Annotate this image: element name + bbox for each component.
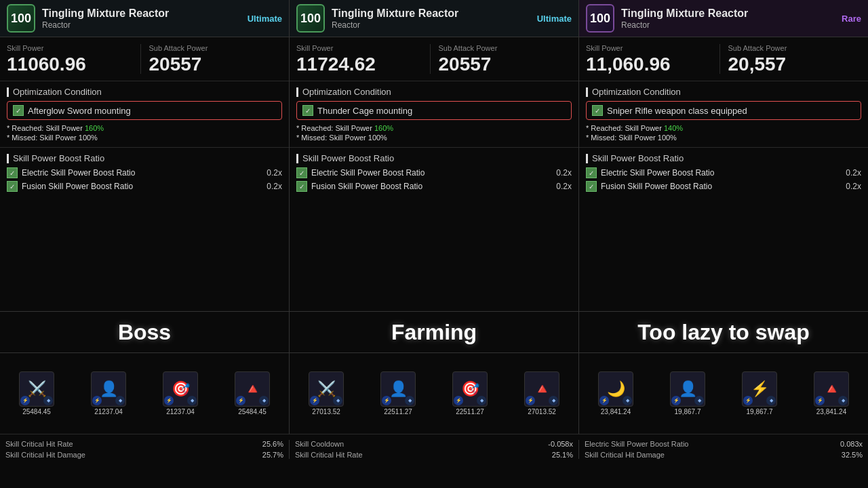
boost-title: Skill Power Boost Ratio: [7, 153, 282, 163]
items-group-farming: ⚔️⚡◆27013.52👤⚡◆22511.27🎯⚡◆22511.27🔺⚡◆270…: [290, 353, 579, 434]
missed-row: * Missed: Skill Power 100%: [7, 134, 282, 142]
item-slot: 🎯⚡◆21237.04: [145, 371, 216, 415]
reactor-sub: Reactor: [332, 20, 530, 30]
rarity-label: Rare: [842, 14, 861, 24]
opt-title: Optimization Condition: [7, 87, 282, 97]
column-boss: 100Tingling Mixture ReactorReactorUltima…: [0, 0, 290, 311]
boost-value: 0.2x: [846, 168, 861, 178]
boost-label: Electric Skill Power Boost Ratio: [601, 168, 714, 178]
boost-section: Skill Power Boost Ratio✓Electric Skill P…: [0, 148, 289, 200]
opt-condition-text: Sniper Rifle weapon class equipped: [607, 106, 747, 116]
item-value: 27013.52: [312, 408, 340, 415]
diamond-sub-icon: ◆: [405, 396, 414, 405]
boost-label: Fusion Skill Power Boost Ratio: [601, 182, 712, 191]
diamond-sub-icon: ◆: [333, 396, 342, 405]
diamond-sub-icon: ◆: [115, 396, 125, 405]
electric-sub-icon: ⚡: [20, 396, 30, 405]
item-icon: 👤⚡◆: [380, 371, 416, 407]
reached-row: * Reached: Skill Power 160%: [296, 124, 572, 132]
electric-sub-icon: ⚡: [454, 396, 463, 405]
boost-section: Skill Power Boost Ratio✓Electric Skill P…: [290, 148, 578, 200]
item-icon: ⚔️⚡◆: [309, 371, 344, 407]
sub-attack-label: Sub Attack Power: [149, 44, 208, 52]
sub-attack-block: Sub Attack Power20557: [430, 44, 572, 74]
opt-section: Optimization Condition✓Sniper Rifle weap…: [579, 81, 868, 148]
missed-row: * Missed: Skill Power 100%: [586, 134, 861, 142]
electric-sub-icon: ⚡: [236, 396, 245, 405]
electric-sub-icon: ⚡: [310, 396, 319, 405]
boost-title: Skill Power Boost Ratio: [296, 153, 572, 163]
footer-stat-row: Skill Critical Hit Rate25.6%: [5, 440, 283, 448]
footer-stat-label: Skill Critical Hit Rate: [295, 451, 363, 459]
electric-sub-icon: ⚡: [599, 396, 609, 405]
boost-label: Fusion Skill Power Boost Ratio: [22, 182, 133, 191]
boost-value: 0.2x: [267, 168, 282, 178]
diamond-sub-icon: ◆: [549, 396, 558, 405]
item-icon: 🔺⚡◆: [814, 371, 849, 407]
footer-stat-value: 0.083x: [840, 440, 863, 448]
footer-stat-row: Skill Cooldown-0.058x: [295, 440, 573, 448]
reactor-sub: Reactor: [42, 20, 241, 30]
reached-row: * Reached: Skill Power 140%: [586, 124, 861, 132]
boost-label: Electric Skill Power Boost Ratio: [22, 168, 135, 178]
footer-stat-value: 25.7%: [262, 451, 283, 459]
item-icon: 🔺⚡◆: [524, 371, 559, 407]
column-farming: 100Tingling Mixture ReactorReactorUltima…: [290, 0, 579, 311]
checkmark-icon: ✓: [592, 105, 603, 116]
item-icon: ⚡⚡◆: [742, 371, 777, 407]
footer-stat-label: Skill Critical Hit Damage: [5, 451, 85, 459]
opt-section: Optimization Condition✓Thunder Cage moun…: [290, 81, 578, 148]
electric-sub-icon: ⚡: [743, 396, 753, 405]
skill-power-label: Skill Power: [296, 44, 333, 52]
opt-section: Optimization Condition✓Afterglow Sword m…: [0, 81, 289, 148]
item-value: 25484.45: [238, 408, 267, 415]
boost-row: ✓Electric Skill Power Boost Ratio0.2x: [296, 167, 572, 178]
item-slot: 🌙⚡◆23,841.24: [580, 371, 651, 415]
item-slot: 🔺⚡◆27013.52: [507, 371, 577, 415]
header-text: Tingling Mixture ReactorReactor: [332, 7, 530, 29]
opt-title: Optimization Condition: [296, 87, 572, 97]
item-slot: ⚔️⚡◆27013.52: [291, 371, 361, 415]
boost-label: Electric Skill Power Boost Ratio: [311, 168, 425, 178]
item-slot: 🔺⚡◆23,841.24: [796, 371, 867, 415]
opt-condition-box: ✓Sniper Rifle weapon class equipped: [586, 101, 861, 120]
footer-stat-row: Skill Critical Hit Rate25.1%: [295, 451, 573, 459]
electric-sub-icon: ⚡: [164, 396, 174, 405]
sub-attack-value: 20557: [439, 55, 492, 74]
rarity-label: Ultimate: [248, 14, 282, 24]
item-value: 22511.27: [384, 408, 412, 415]
item-slot: 👤⚡◆19,867.7: [652, 371, 723, 415]
footer-stat-row: Skill Critical Hit Damage25.7%: [5, 451, 283, 459]
item-icon: 🎯⚡◆: [163, 371, 198, 407]
sub-attack-block: Sub Attack Power20557: [140, 44, 283, 74]
item-icon: 👤⚡◆: [670, 371, 705, 407]
level-badge: 100: [7, 4, 35, 33]
item-value: 19,867.7: [675, 408, 701, 415]
reached-row: * Reached: Skill Power 160%: [7, 124, 282, 132]
electric-sub-icon: ⚡: [92, 396, 102, 405]
diamond-sub-icon: ◆: [259, 396, 269, 405]
electric-sub-icon: ⚡: [671, 396, 681, 405]
skill-power-value: 11724.62: [296, 55, 376, 74]
footer-col-lazy: Electric Skill Power Boost Ratio0.083xSk…: [585, 440, 863, 459]
skill-power-block: Skill Power11724.62: [296, 44, 430, 74]
reactor-name: Tingling Mixture Reactor: [621, 7, 835, 20]
item-icon: 👤⚡◆: [91, 371, 126, 407]
boost-row: ✓Fusion Skill Power Boost Ratio0.2x: [7, 181, 282, 192]
boost-checkmark-icon: ✓: [296, 167, 307, 178]
stats-row: Skill Power11,060.96Sub Attack Power20,5…: [579, 37, 868, 81]
skill-power-block: Skill Power11,060.96: [586, 44, 719, 74]
electric-sub-icon: ⚡: [815, 396, 825, 405]
diamond-sub-icon: ◆: [623, 396, 632, 405]
boost-row: ✓Fusion Skill Power Boost Ratio0.2x: [586, 181, 861, 192]
reactor-name: Tingling Mixture Reactor: [332, 7, 530, 20]
item-value: 23,841.24: [601, 408, 631, 415]
item-icon: 🎯⚡◆: [452, 371, 488, 407]
boost-label: Fusion Skill Power Boost Ratio: [311, 182, 422, 191]
diamond-sub-icon: ◆: [694, 396, 704, 405]
diamond-sub-icon: ◆: [838, 396, 848, 405]
boost-checkmark-icon: ✓: [296, 181, 307, 192]
item-value: 21237.04: [94, 408, 123, 415]
footer-stat-label: Skill Critical Hit Damage: [585, 451, 665, 459]
item-value: 27013.52: [528, 408, 556, 415]
